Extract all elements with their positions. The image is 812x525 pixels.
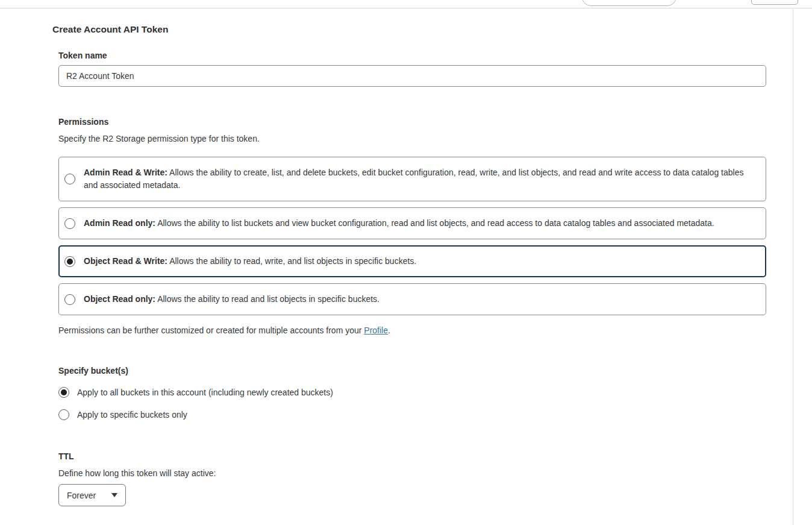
token-name-input[interactable]: [58, 65, 766, 87]
permissions-footnote: Permissions can be further customized or…: [58, 325, 766, 335]
footnote-period: .: [388, 325, 390, 335]
permissions-label: Permissions: [58, 117, 766, 127]
top-bar: [0, 0, 812, 8]
token-name-label: Token name: [58, 51, 766, 60]
radio-unchecked-icon[interactable]: [64, 294, 75, 305]
permission-option-object-read-only[interactable]: Object Read only: Allows the ability to …: [58, 283, 766, 315]
page-title: Create Account API Token: [52, 24, 793, 35]
top-right-button[interactable]: [751, 0, 798, 5]
ttl-selected-value: Forever: [67, 491, 96, 500]
permissions-description: Specify the R2 Storage permission type f…: [58, 134, 766, 143]
create-token-panel: Create Account API Token Token name Perm…: [0, 9, 793, 525]
radio-unchecked-icon[interactable]: [58, 409, 69, 420]
permission-option-title: Admin Read only:: [84, 218, 155, 228]
bucket-option-label: Apply to specific buckets only: [77, 410, 187, 420]
bucket-option-label: Apply to all buckets in this account (in…: [77, 388, 333, 397]
permission-option-title: Object Read & Write:: [84, 256, 167, 266]
permission-option-description: Allows the ability to read, write, and l…: [169, 256, 416, 266]
chevron-down-icon: [111, 493, 117, 497]
radio-unchecked-icon[interactable]: [64, 218, 75, 229]
radio-checked-icon[interactable]: [58, 387, 69, 398]
radio-unchecked-icon[interactable]: [64, 174, 75, 184]
top-pill-button[interactable]: [582, 0, 676, 6]
profile-link[interactable]: Profile: [364, 325, 388, 335]
permission-option-description: Allows the ability to create, list, and …: [84, 168, 743, 190]
specify-buckets-label: Specify bucket(s): [58, 366, 766, 376]
permission-option-title: Object Read only:: [84, 294, 155, 304]
footnote-text: Permissions can be further customized or…: [58, 325, 364, 335]
permission-option-title: Admin Read & Write:: [84, 168, 167, 177]
ttl-select[interactable]: Forever: [58, 484, 126, 506]
permission-options: Admin Read & Write: Allows the ability t…: [58, 157, 766, 315]
permission-option-description: Allows the ability to list buckets and v…: [157, 218, 714, 228]
bucket-option-specific-buckets[interactable]: Apply to specific buckets only: [58, 409, 766, 420]
permission-option-description: Allows the ability to read and list obje…: [157, 294, 379, 304]
ttl-label: TTL: [58, 451, 766, 461]
permission-option-admin-read-only[interactable]: Admin Read only: Allows the ability to l…: [58, 207, 766, 239]
bucket-option-all-buckets[interactable]: Apply to all buckets in this account (in…: [58, 387, 766, 398]
permission-option-object-read-write[interactable]: Object Read & Write: Allows the ability …: [58, 245, 766, 277]
permission-option-admin-read-write[interactable]: Admin Read & Write: Allows the ability t…: [58, 157, 766, 201]
ttl-description: Define how long this token will stay act…: [58, 468, 766, 478]
radio-checked-icon[interactable]: [64, 256, 75, 267]
